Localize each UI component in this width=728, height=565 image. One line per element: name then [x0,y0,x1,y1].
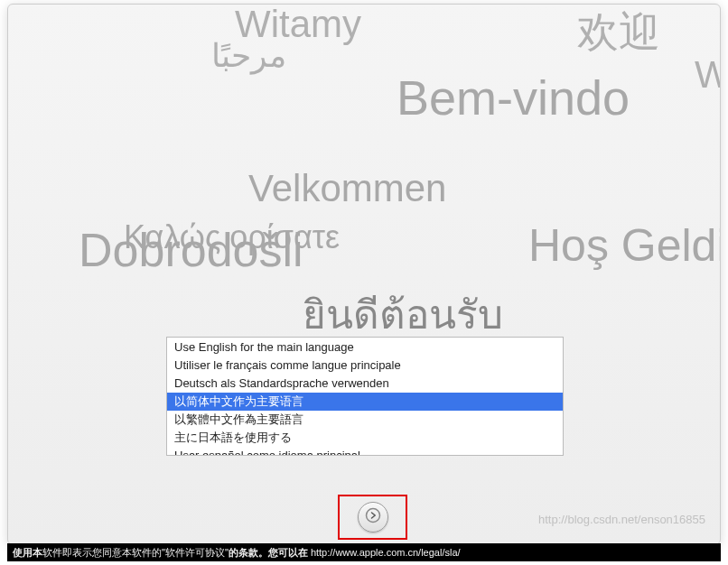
language-option[interactable]: 以繁體中文作為主要語言 [167,411,563,429]
language-option[interactable]: Use English for the main language [167,338,563,357]
continue-highlight-box [338,495,407,540]
language-option[interactable]: 以简体中文作为主要语言 [167,393,563,411]
greeting-huanying: 欢迎 [577,5,660,60]
greeting-marhaba: مرحبًا [211,37,286,75]
greeting-wi: Wi [695,53,721,97]
greeting-dobrodosli: Dobrodošli [79,223,303,277]
watermark-text: http://blog.csdn.net/enson16855 [538,513,705,526]
continue-button[interactable] [358,502,388,533]
language-option[interactable]: Deutsch als Standardsprache verwenden [167,375,563,393]
greeting-bemvindo: Bem-vindo [397,69,630,125]
language-option[interactable]: Usar español como idioma principal [167,447,563,455]
arrow-right-icon [365,507,381,527]
footer-middle: 软件即表示您同意本软件的"软件许可协议" [42,547,229,558]
setup-window: Witamy 欢迎 مرحبًا Wi Bem-vindo Velkommen … [7,4,721,545]
language-list[interactable]: Use English for the main languageUtilise… [167,338,563,455]
footer-suffix: 的条款。您可以在 [229,547,311,558]
footer-url: http://www.apple.com.cn/legal/sla/ [311,547,461,558]
language-select-box: Use English for the main languageUtilise… [166,337,564,456]
footer-prefix: 使用本 [13,547,42,558]
language-option[interactable]: 主に日本語を使用する [167,429,563,447]
language-option[interactable]: Utiliser le français comme langue princi… [167,357,563,375]
greeting-velkommen: Velkommen [248,167,446,210]
footer-bar: 使用本软件即表示您同意本软件的"软件许可协议"的条款。您可以在 http://w… [7,543,721,561]
greeting-hosgeldi: Hoş Geldi [528,219,721,272]
greeting-witamy: Witamy [235,4,361,46]
greeting-kalos: Καλώς ορίσατε [124,218,340,256]
svg-point-0 [366,509,379,523]
